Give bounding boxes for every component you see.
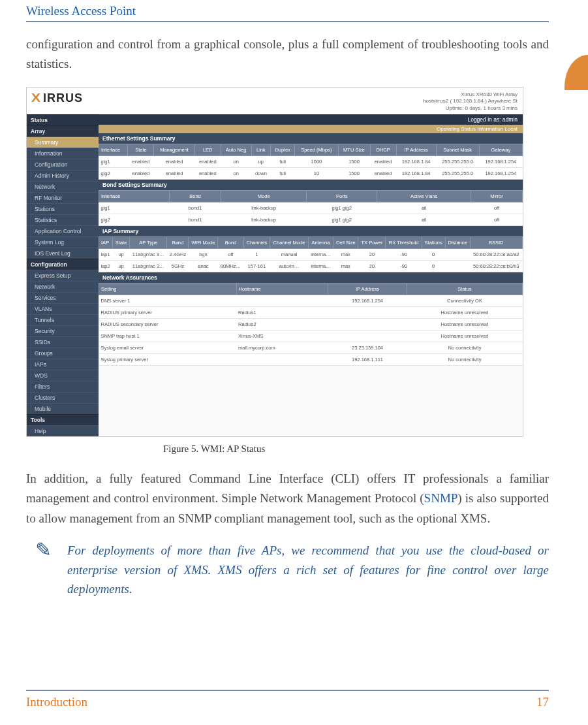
table-cell: manual: [270, 248, 309, 260]
table-cell: max: [333, 248, 358, 260]
col-header: Stations: [422, 236, 445, 248]
table-cell: SNMP trap host 1: [99, 330, 237, 342]
table-cell: enabled: [128, 155, 154, 167]
footer-rule: [26, 690, 549, 691]
table-row: gig1enabledenabledenabledonupfull1000150…: [99, 155, 523, 167]
nav-item[interactable]: WDS: [27, 370, 99, 381]
table-row: DNS server 1192.168.1.254Connectivity OK: [99, 295, 523, 306]
table-cell: Hostname unresolved: [407, 318, 523, 330]
col-header: Status: [407, 283, 523, 295]
nav-item[interactable]: RF Monitor: [27, 192, 99, 203]
col-header: Active Vlans: [377, 190, 471, 202]
table-row: RADIUS primary serverRadius1Hostname unr…: [99, 306, 523, 318]
table-cell: Connectivity OK: [407, 295, 523, 306]
nav-item[interactable]: Summary: [27, 137, 99, 148]
table-cell: 1000: [295, 155, 338, 167]
nav-item[interactable]: IDS Event Log: [27, 248, 99, 259]
col-header: Bond: [169, 190, 221, 202]
xirrus-logo: XIRRUS: [32, 91, 83, 105]
table-cell: No connectivity: [407, 342, 523, 353]
header-rule: [26, 21, 549, 22]
table-cell: [445, 260, 470, 272]
table-cell: 1500: [338, 167, 370, 179]
table-cell: on: [221, 155, 251, 167]
table-cell: link-backup: [221, 214, 307, 225]
table-cell: [236, 353, 328, 365]
col-header: Mirror: [471, 190, 522, 202]
table-cell: bgn: [189, 248, 218, 260]
col-header: Distance: [445, 236, 470, 248]
page-header: Wireless Access Point: [26, 0, 549, 18]
table-cell: iap2: [99, 260, 113, 272]
iap-summary-table: IAPStateAP TypeBandWiFi ModeBondChannels…: [99, 236, 523, 272]
table-cell: [328, 330, 407, 342]
ops-status-bar: Operating Status Information Locat: [99, 125, 523, 133]
col-header: Link: [251, 144, 270, 155]
nav-item[interactable]: Help: [27, 425, 99, 436]
section-tab: [565, 55, 588, 90]
nav-item[interactable]: Admin History: [27, 170, 99, 181]
nav-item[interactable]: Services: [27, 292, 99, 303]
nav-item[interactable]: Mobile: [27, 403, 99, 414]
main-panel: Logged in as: admin Operating Status Inf…: [99, 114, 523, 436]
nav-item[interactable]: Network: [27, 181, 99, 192]
cli-paragraph: In addition, a fully featured Command Li…: [26, 469, 549, 528]
nav-item[interactable]: Network: [27, 281, 99, 292]
intro-paragraph: configuration and control from a graphic…: [26, 35, 549, 74]
table-cell: on: [221, 167, 251, 179]
table-cell: interna…: [308, 248, 333, 260]
nav-item[interactable]: Stations: [27, 203, 99, 214]
snmp-link[interactable]: SNMP: [424, 491, 458, 505]
col-header: IP Address: [328, 283, 407, 295]
table-row: iap1up11abgn/ac 3…2.4GHzbgnoff1manualint…: [99, 248, 523, 260]
nav-item[interactable]: Express Setup: [27, 270, 99, 281]
nav-item[interactable]: Configuration: [27, 159, 99, 170]
nav-item[interactable]: Groups: [27, 347, 99, 359]
table-cell: enabled: [194, 167, 221, 179]
table-cell: 0: [422, 260, 445, 272]
left-nav[interactable]: StatusArraySummaryInformationConfigurati…: [27, 114, 99, 436]
table-cell: link-backup: [221, 202, 307, 214]
table-cell: 192.168.1.84: [396, 167, 436, 179]
nav-group-header: Configuration: [27, 259, 99, 270]
table-cell: anac: [189, 260, 218, 272]
nav-item[interactable]: Security: [27, 325, 99, 336]
logo-x-icon: X: [31, 91, 42, 105]
nav-item[interactable]: SSIDs: [27, 336, 99, 347]
table-cell: off: [471, 202, 522, 214]
table-cell: 1500: [338, 155, 370, 167]
device-meta: Xirrus XR630 WiFi Array hostxirrus2 ( 19…: [423, 91, 518, 112]
table-cell: max: [333, 260, 358, 272]
table-cell: enabled: [154, 155, 194, 167]
nav-item[interactable]: System Log: [27, 236, 99, 248]
nav-item[interactable]: Clusters: [27, 392, 99, 403]
nav-item[interactable]: Tunnels: [27, 314, 99, 325]
table-cell: all: [377, 214, 471, 225]
table-cell: gig1: [99, 202, 170, 214]
nav-item[interactable]: VLANs: [27, 303, 99, 314]
table-row: gig2bond1link-backupgig1 gig2alloff: [99, 214, 523, 225]
col-header: BSSID: [470, 236, 522, 248]
table-cell: gig2: [99, 214, 170, 225]
table-row: Syslog primary server192.168.1.111No con…: [99, 353, 523, 365]
nav-item[interactable]: Application Control: [27, 225, 99, 236]
table-cell: [328, 318, 407, 330]
nav-item[interactable]: IAPs: [27, 359, 99, 370]
col-header: Auto Neg: [221, 144, 251, 155]
col-header: MTU Size: [338, 144, 370, 155]
table-cell: up: [251, 155, 270, 167]
table-cell: gig1 gig2: [307, 202, 377, 214]
col-header: TX Power: [358, 236, 386, 248]
nav-item[interactable]: Statistics: [27, 214, 99, 225]
table-cell: 11abgn/ac 3…: [129, 260, 167, 272]
table-cell: enabled: [194, 155, 221, 167]
nav-item[interactable]: Information: [27, 148, 99, 159]
nav-item[interactable]: Filters: [27, 381, 99, 392]
table-cell: full: [271, 167, 295, 179]
col-header: Antenna: [308, 236, 333, 248]
table-cell: enabled: [370, 167, 396, 179]
device-model: Xirrus XR630 WiFi Array: [423, 91, 518, 98]
bond-settings-table: InterfaceBondModePortsActive VlansMirror…: [99, 190, 523, 226]
table-row: gig2enabledenabledenabledondownfull10150…: [99, 167, 523, 179]
table-cell: -90: [386, 260, 422, 272]
